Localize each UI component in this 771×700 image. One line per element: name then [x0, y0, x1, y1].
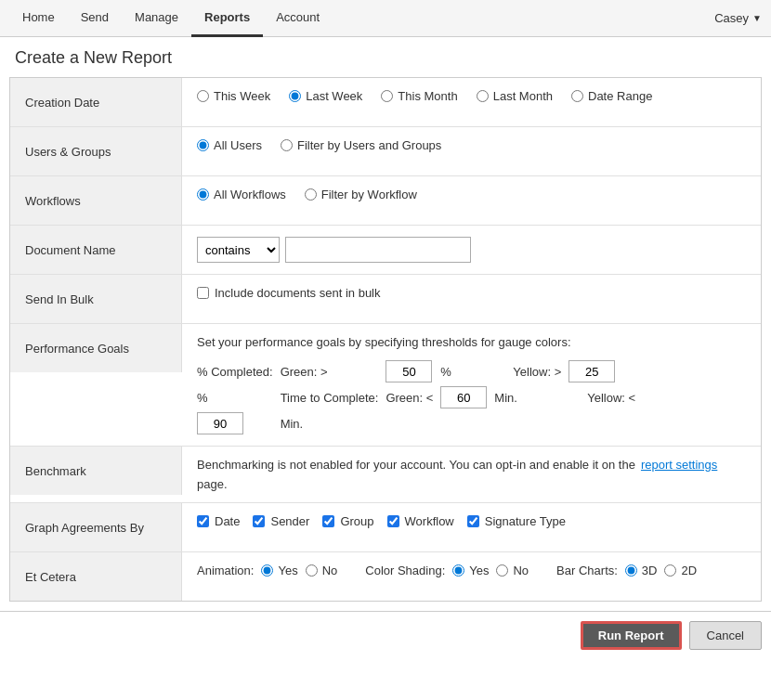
workflows-content: All Workflows Filter by Workflow	[182, 176, 761, 213]
radio-filter-users[interactable]: Filter by Users and Groups	[281, 138, 441, 152]
bar-charts-group: Bar Charts: 3D 2D	[556, 564, 697, 577]
perf-time-yellow-input[interactable]	[197, 412, 243, 434]
document-name-input[interactable]	[285, 237, 471, 263]
graph-signature-type-label: Signature Type	[485, 514, 566, 528]
graph-sender-option[interactable]: Sender	[253, 514, 309, 528]
radio-filter-workflow[interactable]: Filter by Workflow	[305, 188, 417, 201]
color-shading-no-option[interactable]: No	[496, 564, 529, 577]
radio-filter-users-input[interactable]	[281, 139, 293, 151]
radio-last-month-label: Last Month	[493, 89, 553, 103]
nav-account[interactable]: Account	[263, 0, 333, 37]
animation-no-input[interactable]	[306, 564, 318, 577]
send-in-bulk-row: Send In Bulk Include documents sent in b…	[10, 275, 761, 324]
color-shading-no-label: No	[513, 564, 529, 577]
creation-date-content: This Week Last Week This Month Last Mont…	[182, 78, 761, 114]
benchmark-link[interactable]: report settings	[641, 458, 717, 472]
radio-filter-workflow-input[interactable]	[305, 188, 317, 201]
perf-completed-yellow-input[interactable]	[568, 360, 615, 382]
animation-no-option[interactable]: No	[306, 564, 338, 577]
perf-completed-green-unit: %	[440, 365, 487, 379]
radio-all-workflows[interactable]: All Workflows	[197, 188, 286, 201]
radio-this-week-input[interactable]	[197, 90, 209, 102]
perf-completed-green-input[interactable]	[386, 360, 432, 382]
run-report-button[interactable]: Run Report	[581, 621, 682, 650]
bar-charts-2d-input[interactable]	[664, 564, 676, 577]
color-shading-yes-label: Yes	[469, 564, 489, 577]
nav-reports[interactable]: Reports	[191, 0, 263, 37]
radio-this-week[interactable]: This Week	[197, 89, 270, 103]
bar-charts-2d-option[interactable]: 2D	[664, 564, 697, 577]
radio-this-month-input[interactable]	[381, 90, 393, 102]
graph-date-checkbox[interactable]	[197, 515, 209, 527]
graph-date-label: Date	[215, 514, 240, 528]
graph-sender-checkbox[interactable]	[253, 515, 265, 527]
graph-group-option[interactable]: Group	[322, 514, 373, 528]
radio-this-month[interactable]: This Month	[381, 89, 457, 103]
nav-manage[interactable]: Manage	[122, 0, 191, 37]
bar-charts-3d-input[interactable]	[625, 564, 637, 577]
nav-send[interactable]: Send	[68, 0, 122, 37]
radio-all-users-input[interactable]	[197, 139, 209, 151]
radio-all-users[interactable]: All Users	[197, 138, 262, 152]
bulk-checkbox-label: Include documents sent in bulk	[215, 286, 381, 300]
radio-last-week-label: Last Week	[306, 89, 362, 103]
graph-workflow-checkbox[interactable]	[387, 515, 399, 527]
graph-agreements-content: Date Sender Group Workflow Signature Typ…	[182, 503, 761, 539]
bulk-checkbox-input[interactable]	[197, 287, 209, 299]
creation-date-radio-group: This Week Last Week This Month Last Mont…	[197, 89, 652, 103]
animation-no-label: No	[322, 564, 338, 577]
color-shading-yes-input[interactable]	[452, 564, 464, 577]
perf-time-yellow-prefix: Yellow: <	[587, 391, 635, 405]
users-groups-label: Users & Groups	[10, 127, 182, 175]
user-dropdown-arrow: ▼	[752, 13, 762, 23]
animation-yes-option[interactable]: Yes	[261, 564, 297, 577]
radio-all-workflows-input[interactable]	[197, 188, 209, 201]
animation-yes-input[interactable]	[261, 564, 273, 577]
performance-goals-content: Set your performance goals by specifying…	[182, 324, 761, 446]
graph-date-option[interactable]: Date	[197, 514, 240, 528]
graph-workflow-label: Workflow	[405, 514, 454, 528]
performance-goals-grid: % Completed: Green: > % Yellow: > % Time…	[197, 360, 635, 434]
perf-completed-green-prefix: Green: >	[281, 365, 379, 379]
user-name: Casey	[714, 11, 749, 25]
radio-last-month[interactable]: Last Month	[477, 89, 553, 103]
radio-filter-users-label: Filter by Users and Groups	[297, 138, 441, 152]
radio-last-week[interactable]: Last Week	[289, 89, 362, 103]
bar-charts-2d-label: 2D	[681, 564, 697, 577]
graph-signature-type-checkbox[interactable]	[467, 515, 479, 527]
color-shading-no-input[interactable]	[496, 564, 508, 577]
users-groups-content: All Users Filter by Users and Groups	[182, 127, 761, 163]
bar-charts-3d-option[interactable]: 3D	[625, 564, 658, 577]
perf-completed-label: % Completed:	[197, 365, 273, 379]
perf-time-green-input[interactable]	[440, 386, 487, 408]
graph-group-checkbox[interactable]	[322, 515, 334, 527]
page-title: Create a New Report	[0, 37, 771, 77]
graph-sender-label: Sender	[270, 514, 309, 528]
radio-date-range-input[interactable]	[571, 90, 583, 102]
send-in-bulk-content: Include documents sent in bulk	[182, 275, 761, 311]
performance-goals-row: Performance Goals Set your performance g…	[10, 324, 761, 447]
nav-home[interactable]: Home	[9, 0, 68, 37]
user-menu[interactable]: Casey ▼	[714, 0, 762, 36]
cancel-button[interactable]: Cancel	[689, 621, 762, 650]
document-name-select[interactable]: contains starts with ends with equals	[197, 237, 280, 263]
bulk-checkbox-option[interactable]: Include documents sent in bulk	[197, 286, 381, 300]
benchmark-row: Benchmark Benchmarking is not enabled fo…	[10, 447, 761, 503]
benchmark-text-before: Benchmarking is not enabled for your acc…	[197, 458, 635, 472]
document-name-row: Document Name contains starts with ends …	[10, 226, 761, 275]
bar-charts-label: Bar Charts:	[556, 564, 618, 577]
bar-charts-3d-label: 3D	[642, 564, 658, 577]
graph-signature-type-option[interactable]: Signature Type	[467, 514, 566, 528]
et-cetera-content: Animation: Yes No Color Shading:	[182, 552, 761, 589]
animation-label: Animation:	[197, 564, 254, 577]
creation-date-label: Creation Date	[10, 78, 182, 126]
color-shading-yes-option[interactable]: Yes	[452, 564, 489, 577]
perf-completed-yellow-unit: %	[197, 391, 273, 405]
radio-date-range[interactable]: Date Range	[571, 89, 652, 103]
radio-all-users-label: All Users	[214, 138, 262, 152]
graph-workflow-option[interactable]: Workflow	[387, 514, 454, 528]
color-shading-group: Color Shading: Yes No	[365, 564, 529, 577]
radio-last-month-input[interactable]	[477, 90, 489, 102]
perf-time-label: Time to Complete:	[281, 391, 379, 405]
radio-last-week-input[interactable]	[289, 90, 301, 102]
